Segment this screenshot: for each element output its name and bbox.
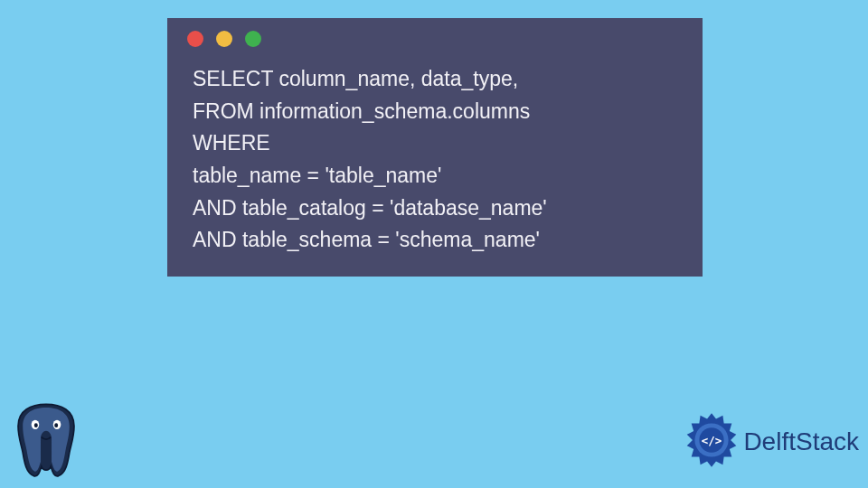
code-line: AND table_schema = 'schema_name': [193, 228, 540, 251]
maximize-icon: [245, 31, 261, 47]
delftstack-gear-icon: </>: [684, 412, 740, 472]
code-line: SELECT column_name, data_type,: [193, 67, 518, 90]
code-block: SELECT column_name, data_type, FROM info…: [193, 63, 686, 257]
code-window: SELECT column_name, data_type, FROM info…: [167, 18, 703, 277]
delftstack-text: DelftStack: [743, 427, 859, 456]
postgresql-icon: [7, 399, 85, 481]
delftstack-logo: </> DelftStack: [684, 412, 859, 472]
svg-point-3: [54, 423, 58, 427]
code-line: FROM information_schema.columns: [193, 99, 530, 123]
window-controls: [187, 31, 686, 47]
code-line: WHERE: [193, 131, 270, 155]
svg-point-2: [34, 423, 38, 427]
svg-text:</>: </>: [702, 434, 722, 447]
close-icon: [187, 31, 203, 47]
minimize-icon: [216, 31, 232, 47]
code-line: table_name = 'table_name': [193, 164, 441, 187]
code-line: AND table_catalog = 'database_name': [193, 196, 547, 220]
